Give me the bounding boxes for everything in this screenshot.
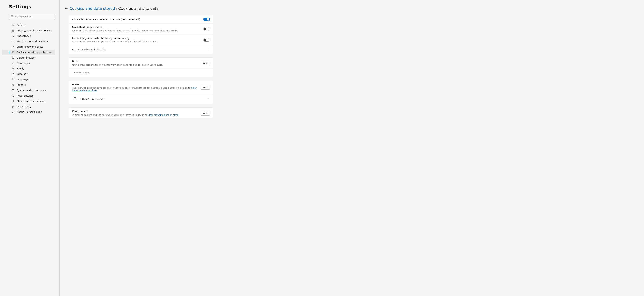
chevron-right-icon	[207, 48, 210, 51]
search-icon	[11, 15, 14, 18]
svg-point-6	[12, 35, 13, 35]
sidebar-item-lock[interactable]: Privacy, search, and services	[2, 28, 55, 33]
languages-icon	[11, 78, 14, 81]
block-header-row: Block You've prevented the following sit…	[69, 57, 213, 69]
see-all-label: See all cookies and site data	[72, 48, 207, 51]
sidebar-item-globe[interactable]: Default browser	[2, 55, 55, 60]
family-icon	[11, 67, 14, 70]
sidebar-item-family[interactable]: Family	[2, 66, 55, 71]
sidebar-item-palette[interactable]: Appearance	[2, 33, 55, 39]
block-third-party-label: Block third-party cookies	[72, 26, 203, 29]
sidebar-item-share[interactable]: Share, copy and paste	[2, 44, 55, 49]
svg-point-36	[12, 111, 14, 113]
allow-site-row: https://contoso.com	[69, 94, 213, 104]
clear-sub: To clear all cookies and site data when …	[72, 114, 201, 116]
sidebar-item-sidebar[interactable]: Edge bar	[2, 71, 55, 77]
allow-sub-suffix: .	[96, 89, 97, 92]
allow-cookies-toggle[interactable]	[203, 18, 210, 21]
allow-add-button[interactable]: Add	[201, 85, 210, 90]
clear-sub-suffix: .	[178, 114, 179, 116]
back-button[interactable]	[64, 6, 69, 11]
block-add-button[interactable]: Add	[201, 61, 210, 65]
person-icon	[11, 23, 14, 27]
allow-header-row: Allow The following sites can save cooki…	[69, 80, 213, 94]
sidebar-item-system[interactable]: System and performance	[2, 88, 55, 93]
sidebar-item-label: Default browser	[17, 56, 36, 59]
sidebar-item-label: Privacy, search, and services	[17, 29, 51, 32]
breadcrumb-separator: /	[116, 6, 117, 11]
system-icon	[11, 89, 14, 92]
search-input-wrap[interactable]	[9, 14, 55, 19]
block-third-party-row: Block third-party cookies When on, sites…	[69, 23, 213, 34]
more-options-icon[interactable]	[206, 97, 210, 101]
allow-cookies-row: Allow sites to save and read cookie data…	[69, 15, 213, 23]
preload-row: Preload pages for faster browsing and se…	[69, 34, 213, 45]
svg-point-22	[13, 68, 14, 69]
svg-point-11	[12, 41, 12, 41]
printer-icon	[11, 83, 14, 86]
phone-icon	[11, 100, 14, 103]
search-input[interactable]	[15, 15, 53, 18]
block-third-party-sub: When on, sites can't use cookies that tr…	[72, 29, 203, 32]
clear-on-exit-card: Clear on exit To clear all cookies and s…	[69, 107, 213, 119]
sidebar-item-languages[interactable]: Languages	[2, 77, 55, 82]
accessibility-icon	[11, 105, 14, 108]
sidebar-item-person[interactable]: Profiles	[2, 22, 55, 28]
nav-list: ProfilesPrivacy, search, and servicesApp…	[2, 22, 55, 115]
clear-add-button[interactable]: Add	[201, 111, 210, 116]
sidebar-item-reset[interactable]: Reset settings	[2, 93, 55, 98]
palette-icon	[11, 34, 14, 37]
sidebar-item-label: Cookies and site permissions	[17, 51, 51, 54]
svg-point-38	[206, 99, 207, 99]
breadcrumb-row: Cookies and data stored / Cookies and si…	[64, 6, 637, 11]
allow-sub-prefix: The following sites can save cookies on …	[72, 87, 191, 89]
clear-sub-prefix: To clear all cookies and site data when …	[72, 114, 148, 116]
block-title: Block	[72, 60, 201, 63]
svg-point-40	[208, 99, 209, 99]
preload-toggle[interactable]	[203, 38, 210, 42]
sidebar-icon	[11, 72, 14, 75]
sidebar-item-edge[interactable]: About Microsoft Edge	[2, 109, 55, 115]
breadcrumb-link[interactable]: Cookies and data stored	[70, 6, 115, 11]
main-content: Cookies and data stored / Cookies and si…	[60, 0, 644, 296]
svg-point-15	[12, 52, 12, 53]
svg-line-1	[12, 17, 13, 17]
sidebar-item-label: Appearance	[17, 35, 31, 37]
sidebar-item-label: Edge bar	[17, 73, 27, 75]
block-third-party-toggle[interactable]	[203, 27, 210, 31]
svg-rect-29	[12, 85, 13, 86]
sidebar-item-label: Family	[17, 67, 24, 70]
preload-label: Preload pages for faster browsing and se…	[72, 37, 203, 39]
allow-sub: The following sites can save cookies on …	[72, 87, 201, 92]
svg-point-39	[208, 99, 208, 99]
sidebar-item-window[interactable]: Start, home, and new tabs	[2, 39, 55, 44]
window-icon	[11, 40, 14, 43]
sidebar-item-label: Languages	[17, 78, 30, 81]
sidebar-item-cookie[interactable]: Cookies and site permissions	[2, 49, 55, 55]
svg-rect-4	[12, 30, 14, 31]
sidebar-item-label: System and performance	[17, 89, 47, 92]
allow-site-url: https://contoso.com	[80, 98, 206, 100]
block-empty-label: No sites added	[69, 69, 213, 77]
cookies-settings-card: Allow sites to save and read cookie data…	[69, 15, 213, 54]
share-icon	[11, 45, 14, 48]
breadcrumb-current: Cookies and site data	[118, 6, 159, 11]
sidebar-item-label: About Microsoft Edge	[17, 111, 42, 113]
sidebar-item-printer[interactable]: Printers	[2, 82, 55, 88]
clear-sub-link[interactable]: Clear browsing data on close	[148, 114, 178, 116]
sidebar-item-phone[interactable]: Phone and other devices	[2, 98, 55, 104]
sidebar-item-label: Downloads	[17, 62, 30, 64]
svg-point-13	[12, 52, 12, 52]
sidebar-item-download[interactable]: Downloads	[2, 60, 55, 66]
sidebar-item-label: Share, copy and paste	[17, 45, 43, 48]
edge-icon	[11, 110, 14, 114]
sidebar-item-accessibility[interactable]: Accessibility	[2, 104, 55, 109]
svg-point-0	[11, 15, 13, 17]
lock-icon	[11, 29, 14, 32]
sidebar-item-label: Phone and other devices	[17, 100, 46, 103]
see-all-row[interactable]: See all cookies and site data	[69, 45, 213, 54]
settings-title: Settings	[9, 4, 55, 10]
svg-point-21	[12, 68, 12, 68]
sidebar-item-label: Start, home, and new tabs	[17, 40, 48, 43]
svg-rect-30	[12, 89, 14, 91]
